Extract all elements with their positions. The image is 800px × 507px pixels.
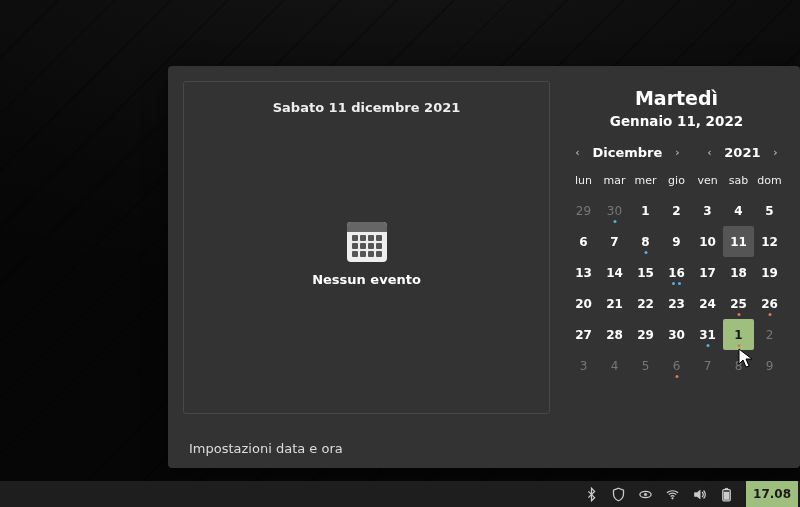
calendar-day[interactable]: 28 (599, 319, 630, 350)
calendar-day[interactable]: 18 (723, 257, 754, 288)
prev-month-button[interactable]: ‹ (570, 146, 584, 160)
calendar-day[interactable]: 23 (661, 288, 692, 319)
svg-rect-4 (725, 488, 728, 489)
calendar-day[interactable]: 2 (661, 195, 692, 226)
next-month-button[interactable]: › (670, 146, 684, 160)
date-time-settings-link[interactable]: Impostazioni data e ora (183, 437, 785, 460)
calendar-day[interactable]: 29 (568, 195, 599, 226)
wifi-icon[interactable] (665, 487, 680, 502)
bluetooth-icon[interactable] (584, 487, 599, 502)
calendar-day[interactable]: 30 (599, 195, 630, 226)
calendar-day[interactable]: 25 (723, 288, 754, 319)
calendar-day[interactable]: 9 (661, 226, 692, 257)
calendar-day[interactable]: 12 (754, 226, 785, 257)
calendar-day[interactable]: 16 (661, 257, 692, 288)
event-dot-icon (672, 282, 675, 285)
calendar-day[interactable]: 6 (661, 350, 692, 381)
today-weekday: Martedì (635, 87, 718, 109)
event-panel: Sabato 11 dicembre 2021 Nessun evento (183, 81, 550, 414)
calendar-day[interactable]: 13 (568, 257, 599, 288)
calendar-day[interactable]: 7 (599, 226, 630, 257)
battery-icon[interactable] (719, 487, 734, 502)
calendar-grid: lunmarmergiovensabdom2930123456789101112… (568, 174, 785, 381)
event-dot-icon (737, 344, 740, 347)
calendar-day[interactable]: 31 (692, 319, 723, 350)
svg-rect-5 (724, 492, 729, 500)
day-of-week-header: sab (723, 174, 754, 195)
calendar-day[interactable]: 8 (723, 350, 754, 381)
event-dot-icon (675, 375, 678, 378)
calendar-day[interactable]: 4 (599, 350, 630, 381)
calendar-day[interactable]: 29 (630, 319, 661, 350)
day-of-week-header: ven (692, 174, 723, 195)
calendar-day[interactable]: 22 (630, 288, 661, 319)
calendar-day[interactable]: 5 (630, 350, 661, 381)
today-full-date: Gennaio 11, 2022 (610, 113, 743, 129)
calendar-day[interactable]: 9 (754, 350, 785, 381)
calendar-day[interactable]: 17 (692, 257, 723, 288)
calendar-applet: Sabato 11 dicembre 2021 Nessun evento Ma… (168, 66, 800, 468)
calendar-day[interactable]: 26 (754, 288, 785, 319)
calendar-day[interactable]: 30 (661, 319, 692, 350)
day-of-week-header: gio (661, 174, 692, 195)
taskbar: 17.08 (0, 481, 800, 507)
event-empty-state: Nessun evento (312, 95, 421, 413)
event-dot-icon (737, 313, 740, 316)
event-dot-icon (678, 282, 681, 285)
event-dot-icon (706, 344, 709, 347)
calendar-day[interactable]: 3 (692, 195, 723, 226)
calendar-day[interactable]: 6 (568, 226, 599, 257)
calendar-day[interactable]: 3 (568, 350, 599, 381)
taskbar-clock[interactable]: 17.08 (746, 481, 798, 507)
svg-point-1 (644, 493, 647, 496)
year-label[interactable]: 2021 (720, 145, 764, 160)
calendar-day[interactable]: 21 (599, 288, 630, 319)
calendar-day[interactable]: 11 (723, 226, 754, 257)
month-year-nav: ‹ Dicembre › ‹ 2021 › (568, 145, 785, 160)
calendar-icon (347, 222, 387, 262)
calendar-day[interactable]: 15 (630, 257, 661, 288)
day-of-week-header: lun (568, 174, 599, 195)
event-dot-icon (613, 220, 616, 223)
month-label[interactable]: Dicembre (588, 145, 666, 160)
no-event-label: Nessun evento (312, 272, 421, 287)
calendar-day[interactable]: 20 (568, 288, 599, 319)
next-year-button[interactable]: › (769, 146, 783, 160)
calendar-day[interactable]: 8 (630, 226, 661, 257)
calendar-day[interactable]: 24 (692, 288, 723, 319)
calendar-day[interactable]: 2 (754, 319, 785, 350)
applet-body: Sabato 11 dicembre 2021 Nessun evento Ma… (183, 81, 785, 427)
day-of-week-header: dom (754, 174, 785, 195)
day-of-week-header: mer (630, 174, 661, 195)
prev-year-button[interactable]: ‹ (702, 146, 716, 160)
calendar-day[interactable]: 1 (630, 195, 661, 226)
event-dot-icon (768, 313, 771, 316)
calendar-day[interactable]: 19 (754, 257, 785, 288)
day-of-week-header: mar (599, 174, 630, 195)
svg-point-2 (672, 497, 674, 499)
calendar-day[interactable]: 5 (754, 195, 785, 226)
calendar-day[interactable]: 1 (723, 319, 754, 350)
calendar-day[interactable]: 7 (692, 350, 723, 381)
shield-icon[interactable] (611, 487, 626, 502)
calendar-day[interactable]: 14 (599, 257, 630, 288)
calendar-day[interactable]: 27 (568, 319, 599, 350)
calendar-day[interactable]: 4 (723, 195, 754, 226)
calendar-panel: Martedì Gennaio 11, 2022 ‹ Dicembre › ‹ … (568, 81, 785, 427)
event-dot-icon (644, 251, 647, 254)
volume-icon[interactable] (692, 487, 707, 502)
calendar-day[interactable]: 10 (692, 226, 723, 257)
gpu-icon[interactable] (638, 487, 653, 502)
